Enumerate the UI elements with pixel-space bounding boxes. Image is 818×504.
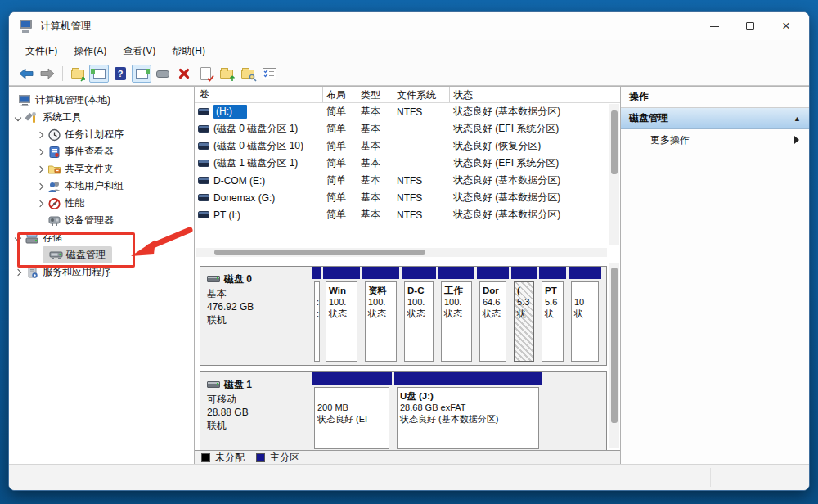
partition[interactable]: D-C100.状态 (402, 267, 436, 365)
partition[interactable]: 工作100.状态 (438, 267, 474, 365)
volume-row[interactable]: D-COM (E:) 简单 基本 NTFS 状态良好 (基本数据分区) (195, 172, 620, 189)
tree-item-task-scheduler[interactable]: 任务计划程序 (9, 126, 194, 143)
horizontal-scrollbar[interactable] (196, 248, 607, 257)
legend-unallocated-label: 未分配 (215, 451, 245, 465)
collapse-icon[interactable]: ▲ (793, 115, 801, 123)
tree-item-storage[interactable]: 存储 (9, 229, 194, 246)
disk-0-info[interactable]: 磁盘 0 基本 476.92 GB 联机 (200, 267, 308, 365)
column-filesystem[interactable]: 文件系统 (393, 87, 450, 102)
volume-row[interactable]: (H:) 简单 基本 NTFS 状态良好 (基本数据分区) (195, 103, 620, 120)
tree-item-system-tools[interactable]: 系统工具 (9, 109, 194, 126)
chevron-down-icon[interactable] (15, 234, 21, 241)
volume-name: PT (I:) (213, 209, 240, 221)
menu-help[interactable]: 帮助(H) (164, 42, 213, 61)
forward-icon[interactable] (38, 65, 57, 83)
tree-item-disk-management[interactable]: 磁盘管理 (9, 246, 194, 263)
column-volume[interactable]: 卷 (195, 87, 323, 102)
volume-status: 状态良好 (基本数据分区) (450, 173, 620, 187)
console-tree: 计算机管理(本地) 系统工具 任务计划程序 (9, 87, 195, 464)
partition[interactable]: U盘 (J:)28.68 GB exFAT状态良好 (基本数据分区) (394, 372, 542, 452)
scrollbar-thumb[interactable] (611, 268, 618, 423)
volume-row[interactable]: (磁盘 1 磁盘分区 1) 简单 基本 状态良好 (EFI 系统分区) (195, 155, 620, 172)
tree-item-performance[interactable]: 性能 (9, 195, 194, 212)
tree-item-services-applications[interactable]: 服务和应用程序 (9, 263, 194, 281)
volume-row[interactable]: PT (I:) 简单 基本 NTFS 状态良好 (基本数据分区) (195, 206, 620, 223)
volume-type: 基本 (357, 139, 393, 153)
partition-selected[interactable]: (5.3状 (511, 267, 537, 365)
actions-section-disk-management[interactable]: 磁盘管理 ▲ (621, 108, 809, 129)
chevron-right-icon[interactable] (37, 131, 43, 137)
users-icon (47, 180, 61, 193)
volume-layout: 简单 (323, 139, 357, 153)
tree-item-device-manager[interactable]: 设备管理器 (9, 212, 194, 229)
menu-view[interactable]: 查看(V) (115, 42, 164, 61)
volume-name: (磁盘 0 磁盘分区 1) (213, 122, 298, 136)
minimize-button[interactable] (696, 12, 732, 40)
column-status[interactable]: 状态 (450, 87, 620, 102)
help-icon[interactable]: ? (110, 65, 130, 83)
volume-row[interactable]: Donemax (G:) 简单 基本 NTFS 状态良好 (基本数据分区) (195, 189, 620, 206)
volume-row[interactable]: (磁盘 0 磁盘分区 1) 简单 基本 状态良好 (EFI 系统分区) (195, 120, 620, 137)
partition[interactable]: :: (312, 267, 321, 365)
legend-primary-label: 主分区 (270, 451, 299, 465)
volume-name: (磁盘 1 磁盘分区 1) (213, 156, 298, 170)
show-action-pane-icon[interactable] (132, 65, 151, 83)
refresh-folder-icon[interactable] (217, 65, 236, 83)
chevron-down-icon[interactable] (15, 114, 21, 120)
toolbar: ? (9, 62, 809, 86)
tree-item-label: 计算机管理(本地) (35, 93, 110, 107)
disk-1-info[interactable]: 磁盘 1 可移动 28.88 GB 联机 (200, 372, 308, 452)
partition[interactable]: 200 MB状态良好 (EI (312, 372, 392, 452)
partition[interactable]: Win100.状态 (323, 267, 360, 365)
show-console-tree-icon[interactable] (89, 65, 109, 83)
back-icon[interactable] (16, 65, 36, 83)
legend-primary-swatch (256, 453, 265, 462)
disk-1-strip: 磁盘 1 可移动 28.88 GB 联机 200 MB状态良好 (EI U盘 (… (200, 371, 607, 453)
tree-selected-item[interactable]: 磁盘管理 (43, 246, 112, 263)
vertical-scrollbar[interactable] (609, 104, 619, 245)
chevron-right-icon[interactable] (15, 268, 21, 275)
delete-icon[interactable] (174, 65, 194, 83)
console-item-icon[interactable] (153, 65, 173, 83)
tree-item-computer-management[interactable]: 计算机管理(本地) (9, 92, 194, 109)
partition[interactable]: PT5.6状 (539, 267, 566, 365)
legend-unallocated-swatch (201, 453, 210, 462)
volume-name: D-COM (E:) (213, 175, 265, 187)
disk-management-view: 卷 布局 类型 文件系统 状态 (H:) 简单 基本 NTFS 状态良好 (基本… (195, 87, 620, 464)
performance-icon (47, 197, 61, 210)
chevron-right-icon[interactable] (37, 182, 43, 189)
find-folder-icon[interactable] (238, 65, 258, 83)
column-type[interactable]: 类型 (357, 87, 393, 102)
chevron-right-icon[interactable] (37, 200, 43, 206)
volume-type: 基本 (357, 173, 393, 187)
partition[interactable]: Dor64.6状态 (477, 267, 509, 365)
volume-status: 状态良好 (恢复分区) (450, 139, 620, 153)
actions-pane: 操作 磁盘管理 ▲ 更多操作 (620, 87, 809, 464)
menu-action[interactable]: 操作(A) (65, 42, 115, 61)
volume-fs: NTFS (393, 209, 450, 221)
tree-item-label: 服务和应用程序 (43, 265, 111, 279)
vertical-scrollbar[interactable] (609, 263, 619, 448)
more-actions-item[interactable]: 更多操作 (621, 129, 809, 151)
tree-item-label: 共享文件夹 (65, 162, 114, 176)
close-button[interactable]: × (768, 12, 804, 40)
scrollbar-thumb[interactable] (611, 110, 618, 174)
verify-document-icon[interactable] (196, 65, 215, 83)
volume-name: Donemax (G:) (213, 192, 275, 204)
column-layout[interactable]: 布局 (323, 87, 357, 102)
status-bar (9, 464, 809, 490)
partition[interactable]: 资料100.状态 (362, 267, 399, 365)
partition[interactable]: 10状 (569, 267, 601, 365)
chevron-right-icon[interactable] (37, 148, 43, 155)
tree-item-shared-folders[interactable]: 共享文件夹 (9, 160, 194, 178)
tree-item-event-viewer[interactable]: 事件查看器 (9, 143, 194, 160)
scrollbar-thumb[interactable] (214, 250, 425, 255)
menu-file[interactable]: 文件(F) (17, 42, 65, 61)
tree-item-local-users-groups[interactable]: 本地用户和组 (9, 178, 194, 195)
maximize-button[interactable] (732, 12, 768, 40)
volume-type: 基本 (357, 156, 393, 170)
properties-list-icon[interactable] (259, 65, 279, 83)
export-list-icon[interactable] (68, 65, 88, 83)
volume-row[interactable]: (磁盘 0 磁盘分区 10) 简单 基本 状态良好 (恢复分区) (195, 137, 620, 155)
chevron-right-icon[interactable] (37, 165, 43, 172)
